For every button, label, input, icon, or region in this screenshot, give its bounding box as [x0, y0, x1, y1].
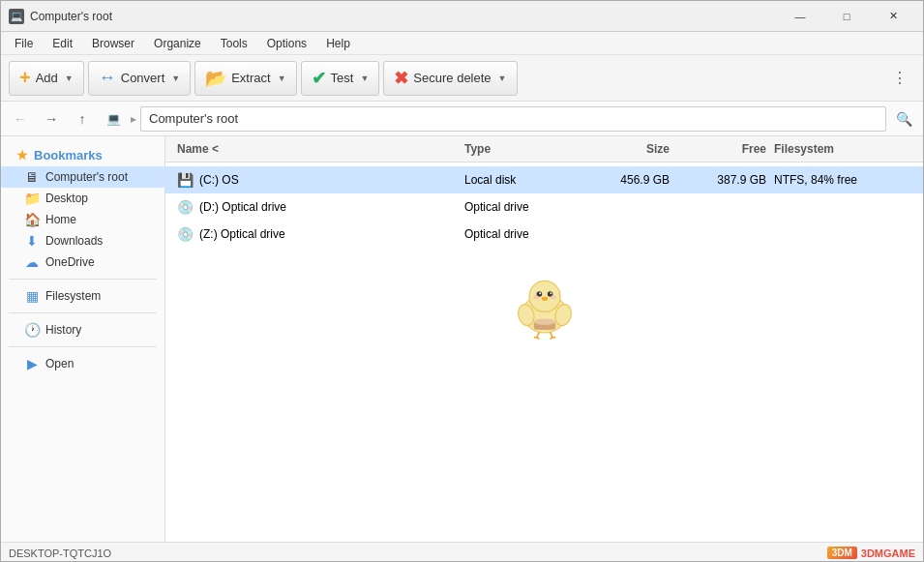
address-bar: ← → ↑ 💻 ▸ Computer's root 🔍: [1, 102, 923, 136]
computer-name: DESKTOP-TQTCJ1O: [9, 547, 111, 559]
minimize-button[interactable]: —: [778, 3, 822, 30]
title-bar: 💻 Computer's root — □ ✕: [1, 1, 923, 32]
table-row[interactable]: 💾 (C:) OS Local disk 456.9 GB 387.9 GB N…: [165, 166, 923, 193]
sidebar-item-filesystem[interactable]: ▦ Filesystem: [1, 285, 164, 307]
secure-delete-label: Secure delete: [413, 71, 491, 85]
menu-options[interactable]: Options: [257, 35, 316, 52]
menu-help[interactable]: Help: [316, 35, 360, 52]
up-button[interactable]: ↑: [69, 106, 96, 132]
breadcrumb-sep: ▸: [131, 112, 136, 126]
menu-tools[interactable]: Tools: [211, 35, 257, 52]
svg-point-7: [533, 295, 539, 299]
cell-name: 💾 (C:) OS: [173, 170, 461, 190]
cell-free: 387.9 GB: [673, 170, 770, 190]
column-filesystem[interactable]: Filesystem: [770, 140, 915, 158]
sidebar-item-downloads[interactable]: ⬇ Downloads: [1, 230, 164, 251]
mascot-image: [506, 267, 583, 344]
convert-button[interactable]: ↔ Convert ▼: [88, 61, 191, 96]
sidebar-open-label: Open: [45, 357, 74, 370]
sidebar-item-computers-root[interactable]: 🖥 Computer's root: [1, 166, 164, 188]
toolbar: + Add ▼ ↔ Convert ▼ 📂 Extract ▼ ✔ Test ▼…: [1, 55, 923, 102]
convert-dropdown-arrow: ▼: [171, 74, 180, 83]
extract-dropdown-arrow: ▼: [278, 74, 286, 83]
maximize-button[interactable]: □: [824, 3, 869, 30]
filesystem-section: ▦ Filesystem: [1, 285, 164, 307]
menu-bar: File Edit Browser Organize Tools Options…: [1, 32, 923, 55]
sidebar-divider-3: [9, 346, 157, 347]
watermark-text: 3DMGAME: [861, 547, 915, 559]
home-icon: 🏠: [24, 212, 40, 227]
table-row[interactable]: 💿 (D:) Optical drive Optical drive: [165, 193, 923, 221]
menu-browser[interactable]: Browser: [82, 35, 144, 52]
svg-line-19: [550, 338, 551, 340]
cell-filesystem: [770, 224, 915, 244]
sidebar-divider-1: [9, 279, 157, 280]
convert-label: Convert: [121, 71, 165, 85]
back-button[interactable]: ←: [7, 106, 34, 132]
drive-z-name: (Z:) Optical drive: [199, 227, 285, 241]
search-button[interactable]: 🔍: [890, 106, 917, 132]
menu-edit[interactable]: Edit: [43, 35, 82, 52]
add-dropdown-arrow: ▼: [65, 74, 74, 83]
cell-free: [673, 197, 770, 217]
menu-file[interactable]: File: [5, 35, 43, 52]
sidebar-item-onedrive[interactable]: ☁ OneDrive: [1, 251, 164, 273]
file-list-body: 💾 (C:) OS Local disk 456.9 GB 387.9 GB N…: [165, 163, 923, 368]
svg-line-17: [537, 338, 539, 340]
close-button[interactable]: ✕: [871, 3, 915, 30]
breadcrumb-root: Computer's root: [149, 111, 238, 126]
sidebar-item-open[interactable]: ▶ Open: [1, 353, 164, 374]
sidebar-downloads-label: Downloads: [45, 234, 103, 248]
sidebar-desktop-label: Desktop: [45, 192, 88, 205]
table-row[interactable]: 💿 (Z:) Optical drive Optical drive: [165, 221, 923, 248]
svg-point-13: [533, 319, 554, 325]
breadcrumb[interactable]: Computer's root: [140, 106, 886, 132]
forward-button[interactable]: →: [38, 106, 65, 132]
test-button[interactable]: ✔ Test ▼: [301, 61, 380, 96]
sidebar-divider-2: [9, 312, 157, 313]
file-list: Name < Type Size Free Filesystem 💾 (C:) …: [165, 136, 923, 542]
filesystem-icon: ▦: [24, 288, 40, 304]
test-icon: ✔: [312, 68, 326, 89]
menu-organize[interactable]: Organize: [144, 35, 211, 52]
optical-icon: 💿: [177, 199, 194, 215]
cell-size: 456.9 GB: [577, 170, 673, 190]
computer-icon: 🖥: [24, 169, 40, 185]
test-label: Test: [331, 71, 354, 85]
cell-name: 💿 (D:) Optical drive: [173, 197, 461, 217]
toolbar-more[interactable]: ⋮: [884, 65, 915, 91]
svg-point-4: [539, 292, 541, 294]
delete-icon: ✖: [394, 68, 408, 89]
downloads-icon: ⬇: [24, 233, 40, 249]
column-type[interactable]: Type: [461, 140, 577, 158]
convert-icon: ↔: [99, 68, 116, 88]
sidebar-item-history[interactable]: 🕐 History: [1, 319, 164, 340]
cell-size: [577, 197, 673, 217]
add-label: Add: [36, 71, 58, 85]
add-button[interactable]: + Add ▼: [9, 61, 84, 96]
column-size[interactable]: Size: [577, 140, 673, 158]
bookmarks-header[interactable]: ★ Bookmarks: [1, 144, 164, 166]
bookmarks-section: ★ Bookmarks 🖥 Computer's root 📁 Desktop …: [1, 144, 164, 273]
column-free[interactable]: Free: [673, 140, 770, 158]
hdd-icon: 💾: [177, 172, 194, 188]
svg-line-15: [550, 332, 551, 338]
cell-type: Local disk: [461, 170, 577, 190]
file-list-header: Name < Type Size Free Filesystem: [165, 136, 923, 163]
column-name[interactable]: Name <: [173, 140, 461, 158]
window-controls: — □ ✕: [778, 3, 915, 30]
bookmarks-label: Bookmarks: [34, 148, 103, 163]
extract-icon: 📂: [205, 68, 226, 89]
sidebar-item-desktop[interactable]: 📁 Desktop: [1, 188, 164, 209]
extract-button[interactable]: 📂 Extract ▼: [194, 61, 296, 96]
cell-filesystem: [770, 197, 915, 217]
onedrive-icon: ☁: [24, 254, 40, 270]
secure-delete-button[interactable]: ✖ Secure delete ▼: [383, 61, 517, 96]
watermark: 3DM 3DMGAME: [827, 547, 915, 559]
window-title: Computer's root: [30, 10, 778, 23]
svg-point-8: [550, 295, 555, 299]
cell-type: Optical drive: [461, 224, 577, 244]
sidebar-item-home[interactable]: 🏠 Home: [1, 209, 164, 230]
drive-button[interactable]: 💻: [100, 106, 127, 132]
history-icon: 🕐: [24, 322, 40, 338]
